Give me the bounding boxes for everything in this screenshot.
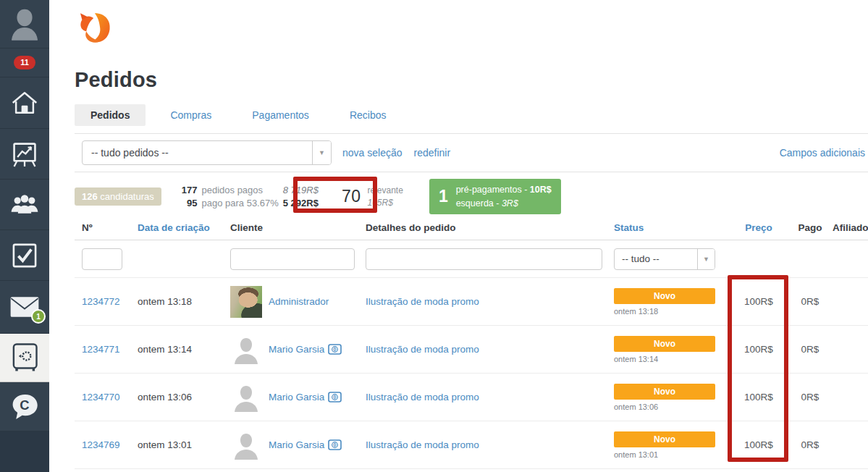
home-icon xyxy=(9,88,40,117)
client-filter-input[interactable] xyxy=(230,248,355,270)
sidebar-item-safe-active[interactable] xyxy=(0,334,49,382)
tab-bar: Pedidos Compras Pagamentos Recibos xyxy=(75,104,868,126)
order-id-link[interactable]: 1234769 xyxy=(82,439,120,450)
status-date: ontem 13:01 xyxy=(614,450,730,459)
col-header-affiliate: Afiliado xyxy=(833,222,868,233)
client-link[interactable]: Mario Garsia xyxy=(269,344,324,355)
svg-text:0: 0 xyxy=(334,395,337,400)
reset-link[interactable]: redefinir xyxy=(414,147,451,159)
people-icon xyxy=(8,190,41,220)
order-price: 100R$ xyxy=(730,439,788,450)
candidatures-label: candidaturas xyxy=(100,191,153,202)
order-id-filter-input[interactable] xyxy=(82,248,122,270)
sidebar-item-notifications[interactable]: 11 xyxy=(0,49,49,77)
client-avatar-photo xyxy=(230,286,262,318)
order-id-link[interactable]: 1234771 xyxy=(82,344,120,355)
user-icon xyxy=(6,5,43,43)
col-header-paid: Pago xyxy=(788,222,833,233)
relevant-stat-box: 70 relevante 165R$ xyxy=(334,182,410,210)
status-badge[interactable]: Novo xyxy=(614,431,715,447)
paid-orders-amount: 8 719R$ xyxy=(283,185,319,195)
sidebar-item-tasks[interactable] xyxy=(0,230,49,281)
client-avatar-placeholder xyxy=(230,429,262,461)
client-balance-icon: 0 xyxy=(328,392,342,403)
status-date: ontem 13:06 xyxy=(614,403,730,411)
table-row: 1234772 ontem 13:18 Administrador Ilustr… xyxy=(75,278,868,326)
chart-icon xyxy=(9,139,40,169)
tab-compras[interactable]: Compras xyxy=(154,104,227,126)
order-date: ontem 13:01 xyxy=(138,439,230,450)
order-date: ontem 13:06 xyxy=(138,392,230,403)
order-id-link[interactable]: 1234770 xyxy=(82,392,120,403)
col-header-created[interactable]: Data de criação xyxy=(138,222,230,233)
mail-badge: 1 xyxy=(31,309,46,324)
status-filter-value: -- tudo -- xyxy=(615,249,697,269)
page-title: Pedidos xyxy=(75,68,868,92)
tab-pagamentos[interactable]: Pagamentos xyxy=(236,104,325,126)
sidebar-item-home[interactable] xyxy=(0,77,49,129)
chevron-down-icon: ▼ xyxy=(697,249,715,269)
checkbox-icon xyxy=(9,240,40,271)
order-details-link[interactable]: Ilustração de moda promo xyxy=(366,439,479,450)
status-badge[interactable]: Novo xyxy=(614,288,715,304)
order-paid: 0R$ xyxy=(788,344,833,355)
prepayments-box: 1 pré-pagamentos - 10R$ esquerda - 3R$ xyxy=(429,179,561,214)
col-header-client: Cliente xyxy=(230,222,366,233)
order-price: 100R$ xyxy=(730,296,788,307)
paid-for-count: 95 xyxy=(182,198,198,208)
col-header-price[interactable]: Preço xyxy=(730,222,788,233)
order-paid: 0R$ xyxy=(788,439,833,450)
notification-badge: 11 xyxy=(14,56,35,69)
sidebar-item-profile[interactable] xyxy=(0,0,49,49)
col-header-number: Nº xyxy=(82,222,138,233)
relevant-count: 70 xyxy=(342,187,361,206)
paid-stats: 177 pedidos pagos 8 719R$ 95 pago para 5… xyxy=(182,185,319,208)
col-header-status[interactable]: Status xyxy=(614,222,730,233)
new-selection-link[interactable]: nova seleção xyxy=(342,147,403,159)
client-avatar-placeholder xyxy=(230,382,262,413)
sidebar-item-statistics[interactable] xyxy=(0,129,49,180)
tab-recibos[interactable]: Recibos xyxy=(334,104,403,126)
status-badge[interactable]: Novo xyxy=(614,384,715,400)
table-row: 1234770 ontem 13:06 Mario Garsia 0 Ilust… xyxy=(75,374,868,421)
client-link[interactable]: Administrador xyxy=(269,296,329,307)
order-paid: 0R$ xyxy=(788,392,833,403)
details-filter-input[interactable] xyxy=(366,248,602,270)
app-logo[interactable] xyxy=(75,11,868,46)
order-details-link[interactable]: Ilustração de moda promo xyxy=(366,344,479,355)
chat-icon: C xyxy=(9,392,40,422)
sidebar-item-clients[interactable] xyxy=(0,180,49,230)
client-balance-icon: 0 xyxy=(328,344,342,355)
client-link[interactable]: Mario Garsia xyxy=(269,439,324,450)
order-details-link[interactable]: Ilustração de moda promo xyxy=(366,296,479,307)
additional-fields-link[interactable]: Campos adicionais xyxy=(780,147,865,159)
status-badge[interactable]: Novo xyxy=(614,336,715,352)
prepayments-count: 1 xyxy=(439,187,448,206)
order-date: ontem 13:18 xyxy=(138,296,230,307)
svg-text:C: C xyxy=(20,397,29,412)
sidebar-filler xyxy=(0,431,49,472)
prepayments-line2-label: esquerda - xyxy=(456,198,502,208)
client-link[interactable]: Mario Garsia xyxy=(269,392,324,403)
sidebar-item-mail[interactable]: 1 xyxy=(0,281,49,334)
status-date: ontem 13:14 xyxy=(614,355,730,363)
status-date: ontem 13:18 xyxy=(614,307,730,316)
order-details-link[interactable]: Ilustração de moda promo xyxy=(366,392,479,403)
sidebar-item-chat[interactable]: C xyxy=(0,382,49,431)
prepayments-line1-value: 10R$ xyxy=(530,185,552,195)
paid-orders-count: 177 xyxy=(182,185,198,195)
table-filter-row: -- tudo -- ▼ xyxy=(75,240,868,278)
svg-text:0: 0 xyxy=(334,442,337,447)
order-date: ontem 13:14 xyxy=(138,344,230,355)
order-id-link[interactable]: 1234772 xyxy=(82,296,120,307)
table-header: Nº Data de criação Cliente Detalhes do p… xyxy=(75,220,868,240)
tab-pedidos[interactable]: Pedidos xyxy=(75,104,146,126)
paid-for-amount: 5 292R$ xyxy=(283,198,319,208)
client-avatar-placeholder xyxy=(230,334,262,366)
svg-text:0: 0 xyxy=(334,347,337,352)
orders-filter-select[interactable]: -- tudo pedidos -- ▼ xyxy=(82,140,332,165)
col-header-details: Detalhes do pedido xyxy=(366,222,614,233)
relevant-label: relevante xyxy=(368,185,403,196)
status-filter-select[interactable]: -- tudo -- ▼ xyxy=(614,248,715,270)
relevant-amount: 165R$ xyxy=(368,197,403,208)
